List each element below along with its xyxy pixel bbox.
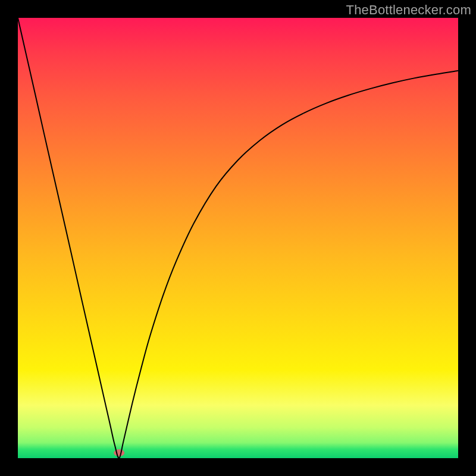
chart-svg: [18, 18, 458, 458]
watermark-text: TheBottlenecker.com: [346, 2, 471, 18]
plot-area: [18, 18, 458, 458]
current-point-marker: [114, 449, 124, 456]
chart-frame: TheBottlenecker.com: [0, 0, 476, 476]
bottleneck-curve: [18, 18, 458, 458]
